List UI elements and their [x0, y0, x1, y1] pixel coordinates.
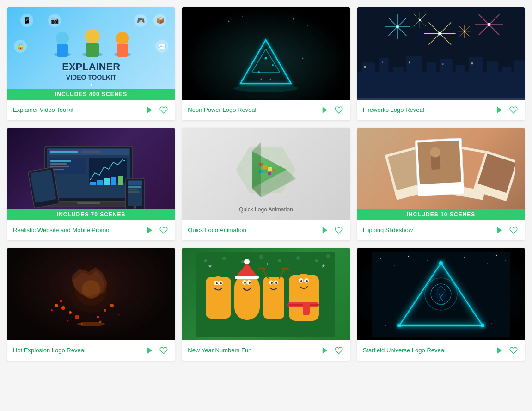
svg-marker-167 — [147, 347, 153, 354]
play-button[interactable] — [494, 104, 505, 116]
card-title[interactable]: Explainer Video Toolkit — [13, 106, 141, 114]
svg-point-117 — [134, 206, 136, 209]
svg-marker-210 — [322, 347, 327, 354]
card-title[interactable]: Realistic Website and Mobile Promo — [13, 226, 141, 234]
card-thumbnail[interactable]: 📱 📷 🎮 📦 🔒 ✉️ — [7, 7, 175, 100]
card-title[interactable]: Flipping Slideshow — [363, 226, 491, 234]
favorite-button[interactable] — [508, 104, 519, 116]
card-thumbnail[interactable] — [357, 7, 525, 100]
favorite-button[interactable] — [333, 225, 344, 236]
svg-point-158 — [104, 309, 106, 312]
play-button[interactable] — [319, 104, 330, 116]
card-info: Fireworks Logo Reveal — [357, 100, 525, 120]
favorite-button[interactable] — [508, 225, 519, 236]
svg-rect-44 — [471, 62, 473, 64]
svg-point-184 — [216, 282, 218, 284]
svg-point-162 — [81, 323, 83, 325]
card-title[interactable]: Starfield Universe Logo Reveal — [363, 346, 491, 355]
svg-point-154 — [75, 315, 79, 319]
play-button[interactable] — [144, 104, 155, 116]
play-button[interactable] — [494, 225, 505, 236]
svg-rect-38 — [502, 67, 511, 98]
svg-point-185 — [220, 282, 222, 284]
card-fireworks: Fireworks Logo Reveal — [357, 7, 525, 120]
svg-point-152 — [61, 306, 65, 310]
svg-point-53 — [438, 32, 442, 36]
card-title[interactable]: Quick Logo Animation — [188, 226, 316, 234]
card-title[interactable]: Fireworks Logo Reveal — [363, 106, 491, 114]
card-website: INCLUDES 70 SCENES Realistic Website and… — [7, 128, 175, 240]
card-quicklogo: Quick Logo Animation Quick Logo Animatio… — [182, 128, 349, 240]
favorite-button[interactable] — [158, 104, 169, 116]
card-title[interactable]: Neon Power Logo Reveal — [188, 106, 316, 114]
card-title[interactable]: Hot Explosion Logo Reveal — [13, 346, 141, 355]
svg-point-205 — [300, 280, 302, 282]
favorite-button[interactable] — [508, 345, 519, 356]
card-title[interactable]: New Year Numbers Fun — [188, 346, 316, 355]
svg-rect-40 — [364, 66, 366, 68]
svg-point-194 — [244, 259, 250, 264]
favorite-button[interactable] — [333, 345, 344, 356]
card-thumbnail[interactable] — [357, 248, 525, 340]
svg-rect-41 — [382, 61, 383, 63]
svg-marker-118 — [147, 227, 153, 233]
svg-marker-26 — [322, 107, 327, 113]
svg-point-12 — [293, 18, 294, 20]
svg-point-15 — [302, 58, 304, 59]
svg-point-202 — [294, 274, 313, 292]
svg-rect-30 — [379, 58, 388, 98]
svg-point-227 — [397, 324, 401, 327]
svg-point-173 — [278, 259, 281, 262]
favorite-button[interactable] — [333, 104, 344, 116]
svg-point-218 — [496, 254, 497, 255]
svg-point-171 — [241, 260, 244, 263]
svg-point-166 — [82, 280, 100, 299]
card-thumbnail[interactable] — [182, 7, 349, 100]
svg-point-62 — [396, 25, 399, 28]
favorite-button[interactable] — [158, 345, 169, 356]
card-thumbnail[interactable]: INCLUDES 70 SCENES — [7, 128, 175, 220]
play-button[interactable] — [144, 345, 155, 356]
svg-rect-94 — [50, 151, 78, 153]
svg-rect-31 — [393, 67, 404, 98]
svg-marker-230 — [497, 347, 502, 354]
svg-point-22 — [272, 64, 274, 66]
card-thumbnail[interactable]: INCLUDES 10 SCENES — [357, 128, 525, 220]
svg-rect-39 — [514, 60, 525, 98]
svg-marker-90 — [497, 107, 502, 113]
play-button[interactable] — [319, 345, 330, 356]
card-neon: Neon Power Logo Reveal — [182, 7, 349, 120]
svg-point-7 — [85, 29, 100, 43]
card-explainer: 📱 📷 🎮 📦 🔒 ✉️ — [7, 7, 175, 120]
svg-point-89 — [464, 31, 465, 32]
favorite-button[interactable] — [158, 225, 169, 236]
card-thumbnail[interactable]: Quick Logo Animation — [182, 128, 349, 220]
svg-rect-29 — [361, 62, 375, 98]
svg-rect-116 — [128, 191, 140, 193]
play-button[interactable] — [319, 225, 330, 236]
svg-point-159 — [110, 304, 114, 307]
svg-point-4 — [116, 32, 129, 45]
svg-rect-125 — [263, 170, 267, 173]
svg-rect-127 — [268, 172, 271, 175]
card-info: New Year Numbers Fun — [182, 340, 349, 361]
svg-rect-128 — [273, 169, 275, 172]
svg-point-213 — [394, 265, 395, 266]
play-button[interactable] — [144, 225, 155, 236]
card-explosion: Hot Explosion Logo Reveal — [7, 248, 175, 361]
svg-text:★: ★ — [266, 262, 269, 266]
card-thumbnail[interactable] — [7, 248, 175, 340]
card-info: Explainer Video Toolkit — [7, 100, 175, 120]
card-info: Starfield Universe Logo Reveal — [357, 340, 525, 361]
svg-point-216 — [464, 257, 465, 258]
svg-point-160 — [97, 316, 99, 319]
card-thumbnail[interactable]: ★ ★ ★ — [182, 248, 349, 340]
play-button[interactable] — [494, 345, 505, 356]
svg-rect-5 — [117, 44, 128, 57]
svg-point-21 — [258, 71, 260, 73]
svg-marker-130 — [252, 142, 261, 197]
svg-point-16 — [233, 85, 298, 92]
svg-point-174 — [296, 256, 300, 260]
svg-point-172 — [259, 255, 263, 259]
svg-rect-98 — [50, 163, 67, 165]
